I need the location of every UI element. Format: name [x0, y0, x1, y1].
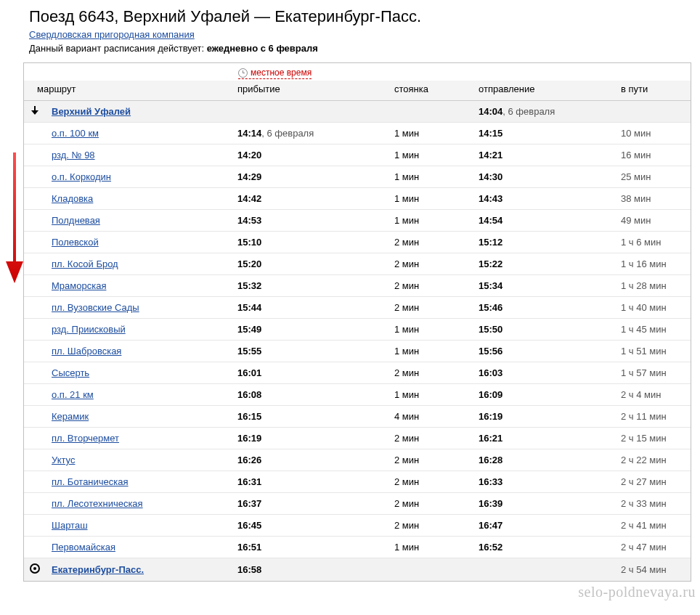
duration-cell: 10 мин [615, 123, 691, 144]
stop-cell: 2 мин [388, 493, 473, 515]
duration-cell: 1 ч 6 мин [615, 232, 691, 253]
departure-cell: 16:33 [473, 471, 615, 493]
stop-cell [388, 101, 473, 123]
arrival-cell [232, 101, 388, 123]
table-row: пл. Косой Брод15:202 мин15:221 ч 16 мин [24, 253, 691, 275]
stop-cell: 2 мин [388, 471, 473, 493]
duration-cell: 2 ч 11 мин [615, 406, 691, 428]
stop-cell: 1 мин [388, 188, 473, 210]
table-row: Сысерть16:012 мин16:031 ч 57 мин [24, 362, 691, 384]
destination-icon [30, 563, 40, 574]
table-row: пл. Вторчермет16:192 мин16:212 ч 15 мин [24, 428, 691, 449]
station-link[interactable]: рзд. Приисковый [52, 324, 126, 335]
departure-cell: 14:54 [473, 210, 615, 232]
station-link[interactable]: пл. Шабровская [52, 346, 121, 357]
arrival-cell: 14:53 [232, 210, 388, 232]
departure-cell: 16:39 [473, 493, 615, 515]
arrival-cell: 14:29 [232, 166, 388, 188]
col-stop: стоянка [388, 81, 473, 101]
stop-cell: 1 мин [388, 341, 473, 362]
duration-cell: 1 ч 51 мин [615, 341, 691, 362]
arrival-cell: 15:20 [232, 253, 388, 275]
station-link[interactable]: пл. Ботаническая [52, 476, 129, 487]
departure-cell: 15:56 [473, 341, 615, 362]
arrival-cell: 14:14, 6 февраля [232, 123, 388, 144]
arrival-cell: 15:10 [232, 232, 388, 253]
duration-cell: 1 ч 45 мин [615, 319, 691, 341]
station-link[interactable]: пл. Лесотехническая [52, 498, 143, 509]
station-link[interactable]: Керамик [52, 411, 89, 422]
duration-cell: 2 ч 33 мин [615, 493, 691, 515]
table-row: пл. Ботаническая16:312 мин16:332 ч 27 ми… [24, 471, 691, 493]
clock-icon [238, 68, 248, 78]
stop-cell: 1 мин [388, 123, 473, 144]
arrival-cell: 16:01 [232, 362, 388, 384]
stop-cell: 1 мин [388, 166, 473, 188]
station-link[interactable]: рзд. № 98 [52, 150, 95, 160]
station-link[interactable]: о.п. 100 км [52, 128, 99, 139]
local-time-toggle[interactable]: местное время [238, 68, 312, 79]
table-row: о.п. 100 км14:14, 6 февраля1 мин14:1510 … [24, 123, 691, 144]
departure-cell: 16:03 [473, 362, 615, 384]
station-link[interactable]: о.п. Коркодин [52, 171, 111, 182]
duration-cell: 2 ч 47 мин [615, 537, 691, 558]
table-row: о.п. Коркодин14:291 мин14:3025 мин [24, 166, 691, 188]
col-departure: отправление [473, 81, 615, 101]
arrival-cell: 16:37 [232, 493, 388, 515]
table-row: Первомайская16:511 мин16:522 ч 47 мин [24, 537, 691, 558]
departure-cell: 16:47 [473, 515, 615, 537]
station-link[interactable]: пл. Косой Брод [52, 258, 118, 269]
station-link[interactable]: пл. Вузовские Сады [52, 302, 139, 313]
station-link[interactable]: Уктус [52, 455, 75, 465]
duration-cell: 2 ч 27 мин [615, 471, 691, 493]
duration-cell: 1 ч 16 мин [615, 253, 691, 275]
stop-cell: 2 мин [388, 232, 473, 253]
station-link[interactable]: Сысерть [52, 367, 89, 378]
station-link[interactable]: Мраморская [52, 280, 106, 291]
stop-cell: 2 мин [388, 428, 473, 449]
arrival-cell: 16:26 [232, 449, 388, 471]
duration-cell: 25 мин [615, 166, 691, 188]
duration-cell: 1 ч 28 мин [615, 275, 691, 297]
company-link[interactable]: Свердловская пригородная компания [29, 29, 195, 40]
departure-cell: 15:12 [473, 232, 615, 253]
table-row: рзд. № 9814:201 мин14:2116 мин [24, 144, 691, 166]
table-row: рзд. Приисковый15:491 мин15:501 ч 45 мин [24, 319, 691, 341]
station-link[interactable]: Екатеринбург-Пасс. [52, 564, 144, 575]
arrival-cell: 15:49 [232, 319, 388, 341]
duration-cell: 16 мин [615, 144, 691, 166]
departure-cell: 14:43 [473, 188, 615, 210]
stop-cell: 2 мин [388, 515, 473, 537]
station-link[interactable]: Кладовка [52, 193, 93, 204]
stop-cell: 2 мин [388, 297, 473, 319]
station-link[interactable]: Верхний Уфалей [52, 106, 131, 117]
arrival-cell: 15:55 [232, 341, 388, 362]
station-link[interactable]: о.п. 21 км [52, 389, 94, 400]
station-link[interactable]: Полдневая [52, 215, 100, 226]
duration-cell: 1 ч 40 мин [615, 297, 691, 319]
arrival-cell: 15:44 [232, 297, 388, 319]
arrival-cell: 14:42 [232, 188, 388, 210]
stop-cell: 2 мин [388, 275, 473, 297]
stop-cell: 1 мин [388, 210, 473, 232]
table-row: пл. Лесотехническая16:372 мин16:392 ч 33… [24, 493, 691, 515]
stop-cell: 2 мин [388, 449, 473, 471]
duration-cell: 2 ч 41 мин [615, 515, 691, 537]
col-arrival: прибытие [232, 81, 388, 101]
schedule-table: маршрут прибытие стоянка отправление в п… [24, 81, 691, 581]
col-route: маршрут [24, 81, 232, 101]
table-row: Верхний Уфалей14:04, 6 февраля [24, 101, 691, 123]
departure-cell: 16:19 [473, 406, 615, 428]
departure-cell: 15:50 [473, 319, 615, 341]
duration-cell: 49 мин [615, 210, 691, 232]
station-link[interactable]: Первомайская [52, 542, 115, 553]
station-link[interactable]: Полевской [52, 237, 99, 248]
stop-cell: 1 мин [388, 537, 473, 558]
arrival-cell: 16:45 [232, 515, 388, 537]
departure-cell: 16:52 [473, 537, 615, 558]
station-link[interactable]: пл. Вторчермет [52, 433, 119, 444]
table-row: о.п. 21 км16:081 мин16:092 ч 4 мин [24, 384, 691, 406]
stop-cell: 4 мин [388, 406, 473, 428]
station-link[interactable]: Шарташ [52, 520, 88, 531]
departure-cell: 16:09 [473, 384, 615, 406]
